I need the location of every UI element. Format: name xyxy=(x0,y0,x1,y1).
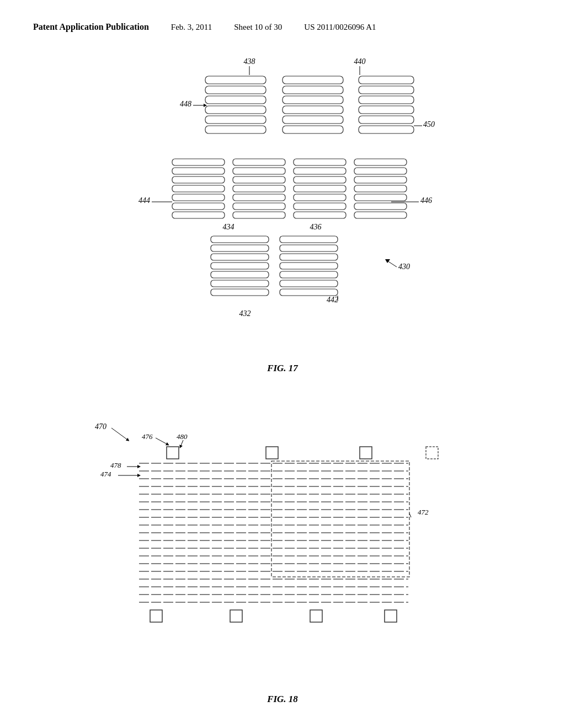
rect-bc1-2 xyxy=(211,245,269,251)
ref450-label: 450 xyxy=(423,120,435,129)
ref438-label: 438 xyxy=(244,57,255,66)
fig18-diagram: 470 476 480 478 474 xyxy=(89,418,476,705)
top-far-right-group xyxy=(359,76,414,133)
ref480-arrow xyxy=(180,440,183,447)
rect-mc3-7 xyxy=(294,212,346,218)
page-header: Patent Application Publication Feb. 3, 2… xyxy=(0,0,565,43)
mid-col1 xyxy=(172,159,225,218)
fig17-svg: 438 440 xyxy=(122,54,443,363)
ref448-label: 448 xyxy=(180,100,191,108)
rect-mc2-2 xyxy=(233,168,285,174)
sq-top-2 xyxy=(266,447,278,459)
rect-mc1-4 xyxy=(172,185,225,192)
ref436-label: 436 xyxy=(310,223,322,231)
rect-tr-5 xyxy=(282,116,343,124)
rect-tr-2 xyxy=(282,86,343,94)
ref480-label: 480 xyxy=(177,432,188,441)
rect-mc4-2 xyxy=(354,168,407,174)
sq-bot-1 xyxy=(150,610,162,622)
rect-mc1-1 xyxy=(172,159,225,165)
rect-bc2-6 xyxy=(280,280,338,287)
rect-tfr-3 xyxy=(359,96,414,104)
ref472-label: 472 xyxy=(418,508,429,516)
rect-mc1-3 xyxy=(172,176,225,183)
rect-tl-3 xyxy=(205,96,266,104)
rect-bc1-4 xyxy=(211,263,269,269)
rect-tl-2 xyxy=(205,86,266,94)
rect-bc2-7 xyxy=(280,289,338,296)
sq-top-1 xyxy=(167,447,179,459)
rect-mc2-3 xyxy=(233,176,285,183)
rect-mc4-6 xyxy=(354,203,407,210)
rect-mc3-6 xyxy=(294,203,346,210)
rect-mc4-5 xyxy=(354,194,407,201)
top-right-group xyxy=(282,76,343,133)
rect-bc1-6 xyxy=(211,280,269,287)
publication-title: Patent Application Publication xyxy=(33,22,149,32)
rect-mc2-7 xyxy=(233,212,285,218)
ref470-label: 470 xyxy=(95,422,106,431)
rect-tr-4 xyxy=(282,106,343,114)
sq-top-3 xyxy=(360,447,372,459)
rect-mc2-4 xyxy=(233,185,285,192)
ref430-arrow xyxy=(387,261,397,267)
ref444-label: 444 xyxy=(138,196,150,205)
rect-mc3-2 xyxy=(294,168,346,174)
rect-tr-6 xyxy=(282,126,343,133)
rect-bc2-2 xyxy=(280,245,338,251)
rect-bc2-1 xyxy=(280,236,338,243)
rect-mc3-5 xyxy=(294,194,346,201)
top-left-group xyxy=(205,76,266,133)
rect-bc2-4 xyxy=(280,263,338,269)
ref442-label: 442 xyxy=(327,296,338,304)
fig18-caption: FIG. 18 xyxy=(267,694,298,705)
rect-mc2-5 xyxy=(233,194,285,201)
rect-tfr-4 xyxy=(359,106,414,114)
mid-col3 xyxy=(294,159,346,218)
rect-tfr-1 xyxy=(359,76,414,84)
patent-number: US 2011/0026096 A1 xyxy=(304,23,376,32)
ref474-label: 474 xyxy=(100,470,111,478)
fig18-svg: 470 476 480 478 474 xyxy=(89,418,476,688)
rect-tr-3 xyxy=(282,96,343,104)
bot-col2 xyxy=(280,236,338,296)
fig17-caption: FIG. 17 xyxy=(267,363,298,374)
mid-col2 xyxy=(233,159,285,218)
rect-tfr-6 xyxy=(359,126,414,133)
content-area: 438 440 xyxy=(0,43,565,721)
sq-bot-2 xyxy=(230,610,242,622)
rect-mc3-4 xyxy=(294,185,346,192)
rect-bc2-3 xyxy=(280,254,338,260)
rect-mc2-6 xyxy=(233,203,285,210)
rect-tr-1 xyxy=(282,76,343,84)
rect-tl-1 xyxy=(205,76,266,84)
rect-tl-4 xyxy=(205,106,266,114)
ref440-label: 440 xyxy=(354,57,366,66)
rect-mc2-1 xyxy=(233,159,285,165)
sq-bot-4 xyxy=(385,610,397,622)
fig17-diagram: 438 440 xyxy=(122,54,443,374)
sq-top-4 xyxy=(426,447,438,459)
fig18-lines-upper xyxy=(139,463,408,602)
rect-tl-5 xyxy=(205,116,266,124)
ref446-label: 446 xyxy=(420,196,432,205)
rect-bc1-5 xyxy=(211,271,269,278)
rect-bc1-3 xyxy=(211,254,269,260)
rect-bc1-7 xyxy=(211,289,269,296)
rect-mc3-1 xyxy=(294,159,346,165)
sheet-info: Sheet 10 of 30 xyxy=(234,23,282,32)
ref434-label: 434 xyxy=(223,223,234,231)
rect-tfr-5 xyxy=(359,116,414,124)
publication-date: Feb. 3, 2011 xyxy=(171,23,212,32)
ref476-arrow xyxy=(156,438,168,445)
rect-bc2-5 xyxy=(280,271,338,278)
rect-mc1-2 xyxy=(172,168,225,174)
ref430-label: 430 xyxy=(398,263,410,271)
rect-tfr-2 xyxy=(359,86,414,94)
rect-bc1-1 xyxy=(211,236,269,243)
rect-mc4-7 xyxy=(354,212,407,218)
rect-mc1-6 xyxy=(172,203,225,210)
ref432-label: 432 xyxy=(239,309,251,318)
sq-bot-3 xyxy=(310,610,322,622)
rect-mc4-4 xyxy=(354,185,407,192)
